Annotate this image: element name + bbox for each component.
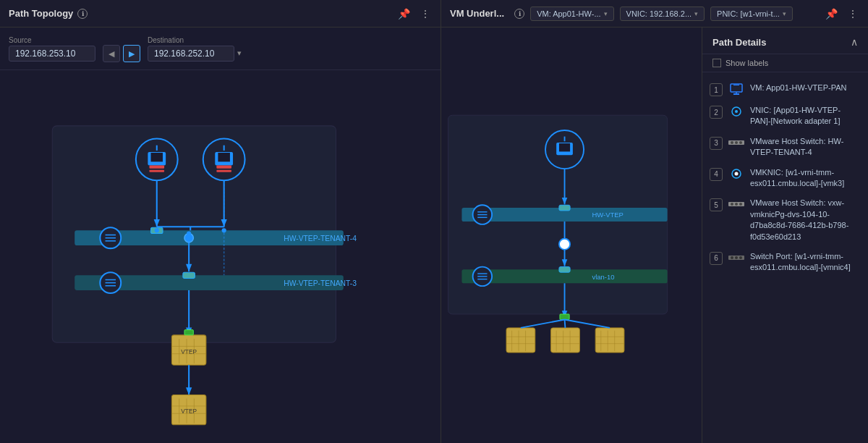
item-3-text: VMware Host Switch: HW-VTEP-TENANT-4 (750, 136, 861, 159)
svg-line-105 (521, 320, 565, 328)
svg-rect-109 (732, 85, 741, 90)
svg-text:HW-VTEP: HW-VTEP (592, 211, 624, 219)
item-5-text: VMware Host Switch: vxw-vmknicPg-dvs-104… (750, 198, 861, 242)
pin-icon-right[interactable]: 📌 (824, 7, 839, 21)
svg-rect-9 (218, 153, 230, 161)
right-area: HW-VTEP vlan-10 (441, 28, 868, 443)
svg-rect-86 (560, 314, 569, 320)
path-item[interactable]: 5 VMware Host Switch: vxw-vmknicPg-dvs-1… (702, 193, 868, 247)
svg-line-107 (565, 320, 610, 328)
source-label: Source (9, 36, 95, 44)
path-details-header: Path Details ∧ (702, 28, 868, 54)
path-item[interactable]: 4 VMKNIC: [w1-vrni-tmm-esx011.cmbu.local… (702, 163, 868, 194)
vm-icon (728, 83, 744, 95)
svg-point-57 (187, 231, 191, 235)
item-number-1: 1 (710, 83, 723, 96)
svg-point-122 (731, 203, 733, 206)
svg-rect-11 (216, 166, 231, 169)
svg-point-116 (731, 141, 733, 144)
item-4-text: VMKNIC: [w1-vrni-tmm-esx011.cmbu.local]-… (750, 167, 861, 190)
svg-point-114 (735, 110, 738, 113)
svg-point-55 (155, 228, 159, 232)
dvs-switch-icon (728, 198, 744, 210)
left-panel: Source 192.168.253.10 ◀ ▶ Destination 19… (0, 28, 441, 443)
svg-point-123 (735, 203, 738, 206)
svg-rect-6 (149, 170, 164, 172)
show-labels-row: Show labels (702, 54, 868, 72)
svg-text:HW-VTEP-TENANT-3: HW-VTEP-TENANT-3 (284, 279, 357, 287)
svg-line-106 (565, 320, 566, 328)
path-item[interactable]: 2 VNIC: [App01-HW-VTEP-PAN]-[Network ada… (702, 101, 868, 132)
item-number-3: 3 (710, 137, 723, 150)
source-group: Source 192.168.253.10 (9, 36, 95, 62)
item-number-2: 2 (710, 106, 723, 119)
svg-point-124 (739, 203, 742, 206)
left-panel-header: Path Topology ℹ 📌 ⋮ (0, 0, 441, 27)
svg-point-128 (739, 256, 742, 259)
svg-rect-43 (184, 330, 193, 335)
back-arrow[interactable]: ◀ (103, 45, 120, 62)
svg-rect-93 (551, 328, 580, 353)
path-topology-title: Path Topology (9, 8, 73, 19)
svg-rect-62 (559, 143, 570, 151)
svg-text:VTEP: VTEP (181, 349, 197, 355)
left-topology-canvas[interactable]: HW-VTEP-TENANT-4 HW-VTEP-TENANT-3 VTEP (0, 70, 441, 443)
svg-rect-110 (733, 85, 739, 85)
item-2-text: VNIC: [App01-HW-VTEP-PAN]-[Network adapt… (750, 105, 861, 127)
path-topology-info-icon[interactable]: ℹ (77, 9, 88, 19)
chevron-down-icon: ▾ (604, 10, 608, 17)
item-number-4: 4 (710, 168, 723, 181)
svg-rect-12 (216, 170, 231, 172)
show-labels-checkbox[interactable] (712, 59, 721, 67)
destination-value[interactable]: 192.168.252.10 (148, 46, 234, 62)
vm-underlay-info-icon[interactable]: ℹ (514, 9, 524, 19)
vnic-icon (728, 106, 744, 117)
collapse-icon[interactable]: ∧ (851, 36, 858, 48)
more-options-right-icon[interactable]: ⋮ (846, 7, 859, 21)
svg-point-117 (735, 141, 738, 144)
item-number-6: 6 (710, 252, 723, 265)
svg-marker-45 (186, 387, 192, 395)
chevron-down-icon: ▾ (694, 10, 698, 17)
svg-point-127 (735, 256, 738, 259)
show-labels-text: Show labels (726, 59, 768, 67)
svg-point-126 (731, 256, 733, 259)
item-1-text: VM: App01-HW-VTEP-PAN (750, 83, 846, 93)
source-dest-bar: Source 192.168.253.10 ◀ ▶ Destination 19… (0, 28, 441, 70)
svg-point-120 (735, 172, 739, 175)
pnic-dropdown[interactable]: PNIC: [w1-vrni-t... ▾ (710, 7, 793, 21)
chevron-down-icon: ▾ (783, 10, 786, 17)
svg-rect-87 (506, 328, 535, 353)
svg-rect-28 (183, 272, 195, 278)
vmknic-icon (728, 168, 744, 180)
path-details-panel: Path Details ∧ Show labels 1 (702, 28, 868, 443)
destination-chevron-icon[interactable]: ▾ (237, 48, 242, 58)
svg-rect-112 (733, 93, 739, 95)
svg-rect-3 (151, 153, 163, 161)
svg-rect-67 (559, 205, 570, 211)
vm-dropdown[interactable]: VM: App01-HW-... ▾ (530, 7, 613, 21)
more-options-icon[interactable]: ⋮ (419, 7, 432, 21)
destination-group: Destination 192.168.252.10 ▾ (148, 36, 242, 62)
svg-rect-99 (595, 328, 624, 353)
item-6-text: Switch Port: [w1-vrni-tmm-esx011.cmbu.lo… (750, 251, 861, 274)
forward-arrow[interactable]: ▶ (123, 45, 140, 62)
svg-point-118 (739, 141, 742, 144)
source-value[interactable]: 192.168.253.10 (9, 46, 95, 62)
destination-label: Destination (148, 36, 242, 44)
vm-underlay-title: VM Underl... (450, 8, 504, 19)
svg-text:vlan-10: vlan-10 (592, 273, 614, 281)
svg-text:HW-VTEP-TENANT-4: HW-VTEP-TENANT-4 (284, 235, 357, 242)
svg-rect-78 (559, 267, 570, 273)
right-panel-header: VM Underl... ℹ VM: App01-HW-... ▾ VNIC: … (441, 0, 868, 27)
vnic-dropdown[interactable]: VNIC: 192.168.2... ▾ (620, 7, 705, 21)
svg-rect-5 (149, 166, 164, 169)
path-item[interactable]: 6 Switch Port: [w1-vrni-tmm-esx011.cmbu.… (702, 247, 868, 278)
right-topology-canvas[interactable]: HW-VTEP vlan-10 (441, 28, 702, 443)
path-item[interactable]: 1 VM: App01-HW-VTEP-PAN (702, 78, 868, 101)
path-details-title: Path Details (712, 37, 766, 48)
switch-port-icon (728, 252, 744, 263)
path-item[interactable]: 3 VMware Host Switch: HW-VTEP-TENANT-4 (702, 132, 868, 163)
pin-icon[interactable]: 📌 (396, 7, 412, 21)
svg-point-74 (559, 239, 570, 250)
